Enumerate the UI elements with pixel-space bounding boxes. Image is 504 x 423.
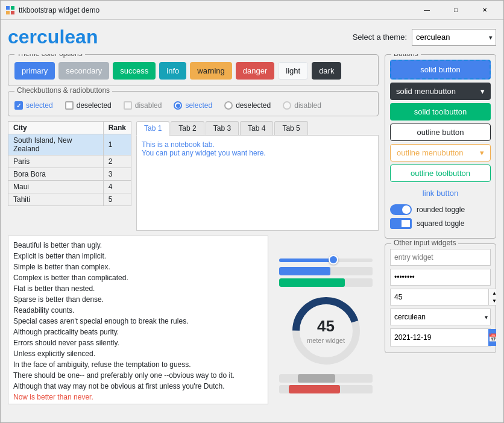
date-row: 2021-12-19 📅 <box>390 328 491 346</box>
check-selected-box[interactable] <box>14 101 23 110</box>
maximize-button[interactable]: □ <box>442 1 470 20</box>
radio-deselected[interactable]: deselected <box>224 101 271 110</box>
tab-2[interactable]: Tab 2 <box>171 121 204 135</box>
app-title: cerculean <box>8 26 353 48</box>
slider-track[interactable] <box>279 258 373 262</box>
left-panel: Theme color options primary secondary su… <box>8 54 379 416</box>
radio-selected[interactable]: selected <box>174 101 212 110</box>
text-line: Complex is better than complicated. <box>13 272 263 283</box>
window-title: ttkbootstrap widget demo <box>19 6 413 14</box>
rank-cell: 4 <box>103 181 131 193</box>
check-deselected-box[interactable] <box>65 101 74 110</box>
date-input[interactable]: 2021-12-19 <box>391 329 488 346</box>
color-btn-success[interactable]: success <box>113 62 156 80</box>
theme-colors-group: Theme color options primary secondary su… <box>8 54 379 86</box>
password-field[interactable] <box>390 269 491 286</box>
minimize-button[interactable]: — <box>413 1 441 20</box>
scrollbar-h-2[interactable] <box>279 385 373 393</box>
svg-rect-1 <box>11 6 14 10</box>
spinbox-input[interactable]: 45 <box>390 289 489 306</box>
rank-cell: 5 <box>103 193 131 206</box>
rank-cell: 1 <box>103 134 131 155</box>
scrollbar-h-1[interactable] <box>279 374 373 383</box>
outline-toolbutton[interactable]: outline toolbutton <box>390 164 491 182</box>
outline-button[interactable]: outline button <box>390 124 491 141</box>
color-btn-light[interactable]: light <box>278 62 308 80</box>
col-rank: Rank <box>103 122 131 134</box>
city-cell: Tahiti <box>8 193 104 206</box>
city-table: City Rank South Island, New Zealand 1 <box>8 121 131 206</box>
color-btn-primary[interactable]: primary <box>14 62 55 80</box>
buttons-group-title: Buttons <box>391 54 421 58</box>
solid-toolbutton[interactable]: solid toolbutton <box>390 103 491 121</box>
solid-menubutton-arrow: ▾ <box>480 87 485 96</box>
color-btn-dark[interactable]: dark <box>312 62 341 80</box>
outline-menubutton[interactable]: outline menubutton ▾ <box>390 144 491 161</box>
table-row[interactable]: Bora Bora 3 <box>8 168 131 181</box>
calendar-icon: 📅 <box>488 333 496 342</box>
check-radio-title: Checkbuttons & radiobuttons <box>14 86 112 95</box>
color-btn-warning[interactable]: warning <box>190 62 232 80</box>
rank-cell: 3 <box>103 168 131 181</box>
scroll-text-area: Beautiful is better than ugly. Explicit … <box>8 236 268 416</box>
tab-content-line1: This is a notebook tab. <box>142 140 373 149</box>
text-line: Errors should never pass silently. <box>13 337 263 348</box>
theme-colors-row: primary secondary success info warning d… <box>14 62 372 80</box>
spinbox-down[interactable]: ▼ <box>489 297 496 305</box>
progress-bars <box>279 267 373 290</box>
svg-rect-2 <box>6 11 10 14</box>
text-line: Although that way may not be obvious at … <box>13 381 263 392</box>
theme-select[interactable]: cerculean <box>412 29 496 46</box>
check-disabled-box <box>124 101 132 110</box>
input-widgets-group: Other input widgets 45 ▲ ▼ cerculean <box>385 243 496 353</box>
bottom-section: Beautiful is better than ugly. Explicit … <box>8 236 379 416</box>
tab-5[interactable]: Tab 5 <box>274 121 307 135</box>
content-area: Theme color options primary secondary su… <box>8 54 496 416</box>
table-row[interactable]: Paris 2 <box>8 155 131 168</box>
table-row[interactable]: Maui 4 <box>8 181 131 193</box>
tab-3[interactable]: Tab 3 <box>206 121 239 135</box>
table-row[interactable]: South Island, New Zealand 1 <box>8 134 131 155</box>
radio-deselected-circle[interactable] <box>224 101 233 110</box>
scrollbar-thumb-2 <box>289 385 340 393</box>
color-btn-secondary[interactable]: secondary <box>58 62 109 80</box>
meter-label: meter widget <box>307 337 345 344</box>
table-row[interactable]: Tahiti 5 <box>8 193 131 206</box>
close-button[interactable]: ✕ <box>471 1 499 20</box>
entry-widget[interactable] <box>390 249 491 266</box>
tab-4[interactable]: Tab 4 <box>240 121 273 135</box>
rounded-toggle[interactable] <box>390 204 412 215</box>
squared-toggle[interactable] <box>390 218 412 229</box>
combobox-select[interactable]: cerculean <box>390 309 491 325</box>
scrollbar-thumb-1 <box>298 374 335 383</box>
text-line: In the face of ambiguity, refuse the tem… <box>13 359 263 370</box>
app-window: ttkbootstrap widget demo — □ ✕ cerculean… <box>0 0 504 423</box>
link-button[interactable]: link button <box>390 185 491 201</box>
spinbox-up[interactable]: ▲ <box>489 289 496 297</box>
rounded-toggle-knob <box>402 205 411 214</box>
buttons-group: Buttons solid button solid menubutton ▾ … <box>385 54 496 239</box>
text-line: Simple is better than complex. <box>13 262 263 272</box>
widget-area: 45 meter widget <box>273 236 379 416</box>
radio-selected-circle[interactable] <box>174 101 182 110</box>
text-line: Special cases aren't special enough to b… <box>13 316 263 327</box>
text-line: Although practicality beats purity. <box>13 327 263 337</box>
scroll-text-box[interactable]: Beautiful is better than ugly. Explicit … <box>8 236 268 404</box>
rank-cell: 2 <box>103 155 131 168</box>
calendar-button[interactable]: 📅 <box>488 329 496 346</box>
top-row: cerculean Select a theme: cerculean <box>8 26 496 48</box>
solid-button[interactable]: solid button <box>390 60 491 80</box>
check-radio-row: selected deselected disabled select <box>14 101 372 110</box>
theme-select-label: Select a theme: <box>353 33 407 42</box>
radio-disabled: disabled <box>283 101 321 110</box>
check-deselected[interactable]: deselected <box>65 101 112 110</box>
check-selected[interactable]: selected <box>14 101 53 110</box>
solid-menubutton[interactable]: solid menubutton ▾ <box>390 83 491 100</box>
tab-content: This is a notebook tab. You can put any … <box>136 136 379 231</box>
color-btn-info[interactable]: info <box>159 62 186 80</box>
color-btn-danger[interactable]: danger <box>236 62 274 80</box>
check-radio-group: Checkbuttons & radiobuttons selected des… <box>8 91 379 116</box>
tab-1[interactable]: Tab 1 <box>136 121 169 136</box>
theme-colors-title: Theme color options <box>14 54 85 58</box>
slider-thumb[interactable] <box>329 255 338 265</box>
